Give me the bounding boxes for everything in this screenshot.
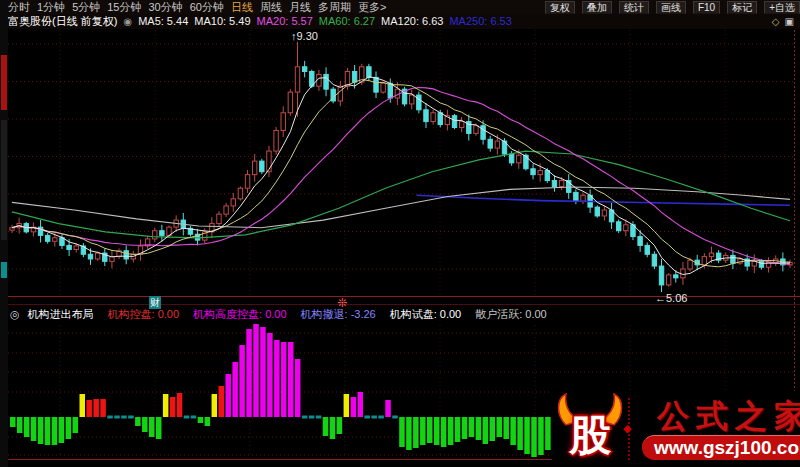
f10-button[interactable]: F10 bbox=[693, 1, 720, 14]
stats-button[interactable]: 统计 bbox=[619, 1, 649, 14]
period-tab[interactable]: 60分钟 bbox=[190, 0, 224, 14]
ma20-legend: MA20: 5.57 bbox=[257, 14, 313, 29]
low-price-annotation: ←5.06 bbox=[655, 292, 687, 304]
indicator-panel-header: ◎ 机构进出布局 机构控盘:0.00 机构高度控盘:0.00 机构撤退:-3.2… bbox=[10, 306, 800, 322]
period-tab[interactable]: 30分钟 bbox=[149, 0, 183, 14]
ma120-legend: MA120: 6.63 bbox=[381, 14, 443, 29]
field-jigou-shipan: 机构试盘:0.00 bbox=[390, 306, 461, 322]
diamond-icon[interactable]: ◇ bbox=[772, 16, 780, 27]
logo-site-name: 公式之家 bbox=[657, 399, 800, 433]
ma250-legend: MA250: 6.53 bbox=[449, 14, 511, 29]
left-strip-red-segment bbox=[1, 55, 7, 110]
period-tab-daily-active[interactable]: 日线 bbox=[231, 0, 253, 14]
field-sanhu-huoyue: 散户活跃:0.00 bbox=[475, 306, 546, 322]
legend-corner-icons: ◇ ▣ bbox=[772, 16, 794, 27]
ma60-legend: MA60: 6.27 bbox=[319, 14, 375, 29]
indicator-dot-icon[interactable]: ◉ bbox=[123, 14, 132, 29]
period-tab[interactable]: 1分钟 bbox=[37, 0, 65, 14]
high-price-annotation: ↑9.30 bbox=[291, 30, 318, 42]
overlay-button[interactable]: 叠加 bbox=[582, 1, 612, 14]
ma10-legend: MA10: 5.49 bbox=[194, 14, 250, 29]
field-jigou-chetui: 机构撤退:-3.26 bbox=[301, 306, 376, 322]
panel-collapse-icon[interactable]: ◎ bbox=[10, 306, 20, 322]
period-tab[interactable]: 5分钟 bbox=[72, 0, 100, 14]
gu-character: 股 bbox=[569, 413, 611, 459]
left-strip-gray-segment bbox=[1, 120, 7, 240]
diamond-bullet-icon: ◆ bbox=[623, 422, 631, 435]
draw-line-button[interactable]: 画线 bbox=[656, 1, 686, 14]
stock-title: 富奥股份(日线 前复权) bbox=[8, 14, 117, 29]
more-periods-tab[interactable]: 更多> bbox=[358, 0, 386, 14]
bull-badge: 股 bbox=[552, 393, 628, 465]
period-toolbar: 分时 1分钟 5分钟 15分钟 30分钟 60分钟 日线 周线 月线 多周期 更… bbox=[8, 0, 800, 14]
left-edge-strip bbox=[0, 0, 8, 467]
period-tab[interactable]: 月线 bbox=[289, 0, 311, 14]
logo-text-block: 公式之家 www.gszj100.com bbox=[642, 399, 800, 460]
period-tab[interactable]: 15分钟 bbox=[107, 0, 141, 14]
chart-legend-bar: 富奥股份(日线 前复权) ◉ MA5: 5.44 MA10: 5.49 MA20… bbox=[8, 14, 800, 29]
app-window: 分时 1分钟 5分钟 15分钟 30分钟 60分钟 日线 周线 月线 多周期 更… bbox=[0, 0, 800, 467]
logo-site-url: www.gszj100.com bbox=[642, 435, 800, 460]
ma5-legend: MA5: 5.44 bbox=[138, 14, 188, 29]
left-strip-teal-segment bbox=[1, 262, 7, 278]
window-icon[interactable]: ▣ bbox=[785, 16, 794, 27]
logo-divider: ◆ bbox=[628, 398, 642, 460]
indicator-title: 机构进出布局 bbox=[28, 306, 94, 322]
period-tab[interactable]: 周线 bbox=[260, 0, 282, 14]
period-tab[interactable]: 多周期 bbox=[318, 0, 351, 14]
mark-button[interactable]: 标记 bbox=[727, 1, 757, 14]
add-watchlist-button[interactable]: +自选 bbox=[764, 1, 800, 14]
field-jigou-kongpan: 机构控盘:0.00 bbox=[108, 306, 179, 322]
field-gaodu-kongpan: 机构高度控盘:0.00 bbox=[193, 306, 286, 322]
restore-rights-button[interactable]: 复权 bbox=[545, 1, 575, 14]
period-tab[interactable]: 分时 bbox=[8, 0, 30, 14]
gszj-logo: 股 ◆ 公式之家 www.gszj100.com bbox=[552, 391, 800, 467]
